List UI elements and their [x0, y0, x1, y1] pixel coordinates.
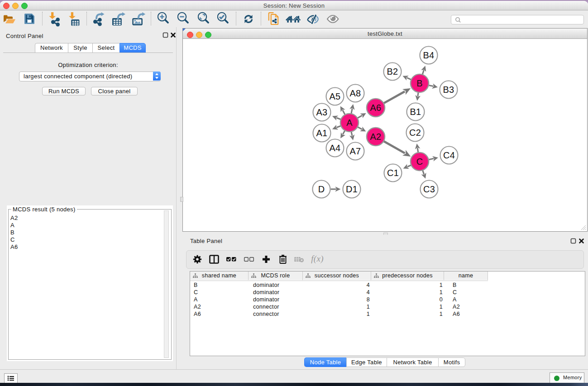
- svg-text:B3: B3: [443, 85, 454, 95]
- svg-text:A1: A1: [316, 128, 327, 138]
- svg-text:C1: C1: [387, 168, 399, 178]
- svg-text:C: C: [416, 157, 423, 167]
- svg-text:B1: B1: [410, 107, 421, 117]
- svg-text:A8: A8: [349, 88, 361, 98]
- svg-text:D: D: [318, 184, 325, 194]
- svg-text:f(x): f(x): [311, 254, 324, 264]
- svg-text:C3: C3: [423, 184, 435, 194]
- svg-text:B4: B4: [423, 50, 434, 60]
- svg-text:B: B: [416, 78, 423, 88]
- svg-text:A7: A7: [349, 146, 361, 156]
- svg-text:A2: A2: [370, 132, 381, 142]
- svg-text:A4: A4: [329, 143, 340, 153]
- svg-text:D1: D1: [346, 184, 358, 194]
- svg-text:B2: B2: [387, 67, 398, 76]
- svg-text:A6: A6: [370, 103, 381, 113]
- svg-text:C4: C4: [443, 150, 455, 160]
- svg-text:A3: A3: [316, 107, 327, 117]
- svg-text:A: A: [346, 118, 353, 128]
- svg-text:C2: C2: [409, 128, 421, 138]
- svg-text:A5: A5: [329, 91, 340, 101]
